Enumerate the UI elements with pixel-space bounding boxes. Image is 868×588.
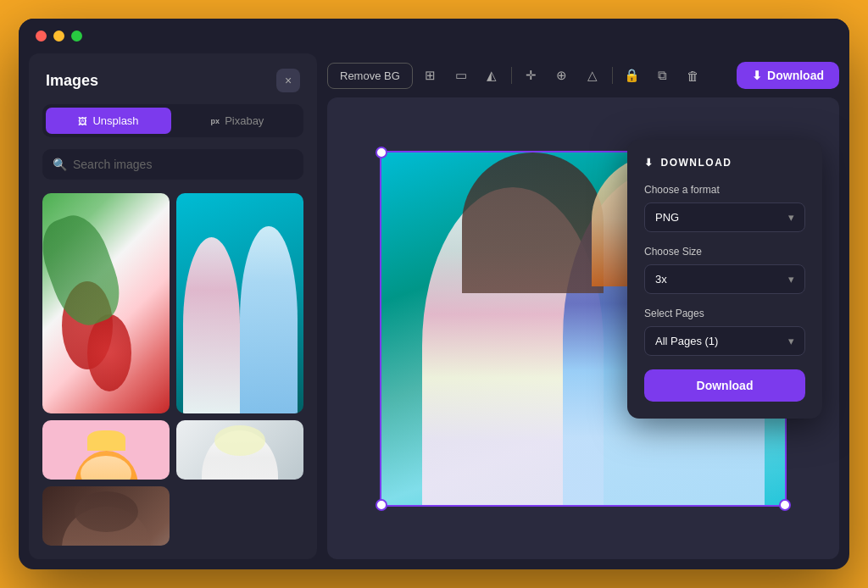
image-grid [29, 193, 317, 559]
size-label: Choose Size [644, 246, 805, 258]
app-window: Images × 🖼 Unsplash px Pixabay 🔍 [19, 19, 849, 569]
close-traffic-light[interactable] [36, 31, 47, 42]
main-layout: Images × 🖼 Unsplash px Pixabay 🔍 [19, 53, 849, 569]
search-icon: 🔍 [53, 158, 67, 171]
canvas-container: ⬇ DOWNLOAD Choose a format PNG ▾ Choose … [327, 97, 839, 559]
title-bar [19, 19, 849, 53]
toolbar-divider-2 [612, 67, 613, 84]
size-value: 3x [655, 273, 667, 286]
handle-bottom-right[interactable] [779, 499, 791, 511]
lock-icon[interactable]: 🔒 [620, 63, 645, 88]
grid-icon[interactable]: ⊞ [418, 63, 443, 88]
download-button[interactable]: ⬇ Download [737, 62, 839, 89]
search-wrapper: 🔍 [42, 149, 303, 180]
list-item[interactable] [42, 420, 170, 480]
minimize-traffic-light[interactable] [53, 31, 64, 42]
search-input[interactable] [42, 149, 303, 180]
sidebar-header: Images × [29, 53, 317, 104]
pixabay-icon: px [211, 117, 220, 125]
toolbar-divider-1 [511, 67, 512, 84]
sidebar-title: Images [46, 72, 98, 90]
tab-pixabay[interactable]: px Pixabay [175, 108, 300, 134]
pages-label: Select Pages [644, 308, 805, 319]
duplicate-icon[interactable]: ⧉ [650, 63, 676, 88]
panel-title-icon: ⬇ [644, 157, 654, 169]
size-select[interactable]: 3x ▾ [644, 264, 805, 294]
handle-bottom-left[interactable] [376, 499, 387, 511]
chevron-down-icon: ▾ [788, 211, 794, 224]
triangle-icon[interactable]: △ [580, 63, 605, 88]
move-icon[interactable]: ✛ [519, 63, 544, 88]
delete-icon[interactable]: 🗑 [681, 63, 706, 88]
fill-icon[interactable]: ◭ [479, 63, 504, 88]
canvas-area: Remove BG ⊞ ▭ ◭ ✛ ⊕ △ 🔒 ⧉ 🗑 ⬇ Download [317, 53, 849, 569]
list-item[interactable] [176, 420, 303, 480]
canvas-background: ⬇ DOWNLOAD Choose a format PNG ▾ Choose … [327, 97, 839, 559]
format-value: PNG [655, 211, 679, 224]
handle-top-left[interactable] [376, 147, 387, 158]
download-label: Download [767, 69, 824, 82]
pages-select[interactable]: All Pages (1) ▾ [644, 326, 805, 356]
format-select[interactable]: PNG ▾ [644, 202, 805, 232]
panel-title: ⬇ DOWNLOAD [644, 157, 805, 169]
sidebar-close-button[interactable]: × [276, 69, 300, 92]
toolbar: Remove BG ⊞ ▭ ◭ ✛ ⊕ △ 🔒 ⧉ 🗑 ⬇ Download [327, 53, 839, 97]
remove-bg-button[interactable]: Remove BG [327, 63, 413, 89]
chevron-down-icon-2: ▾ [788, 273, 794, 286]
download-panel: ⬇ DOWNLOAD Choose a format PNG ▾ Choose … [627, 140, 822, 419]
download-icon: ⬇ [752, 69, 762, 82]
list-item[interactable] [176, 193, 303, 413]
list-item[interactable] [42, 486, 170, 546]
chevron-down-icon-3: ▾ [788, 335, 794, 347]
list-item[interactable] [42, 193, 170, 413]
tab-unsplash[interactable]: 🖼 Unsplash [46, 108, 171, 134]
source-tabs: 🖼 Unsplash px Pixabay [42, 104, 303, 137]
format-label: Choose a format [644, 184, 805, 196]
pages-value: All Pages (1) [655, 335, 718, 347]
unsplash-icon: 🖼 [78, 116, 87, 126]
layers-icon[interactable]: ⊕ [549, 63, 575, 88]
maximize-traffic-light[interactable] [71, 31, 82, 42]
sidebar: Images × 🖼 Unsplash px Pixabay 🔍 [29, 53, 317, 559]
panel-download-button[interactable]: Download [644, 369, 805, 402]
rect-icon[interactable]: ▭ [448, 63, 474, 88]
